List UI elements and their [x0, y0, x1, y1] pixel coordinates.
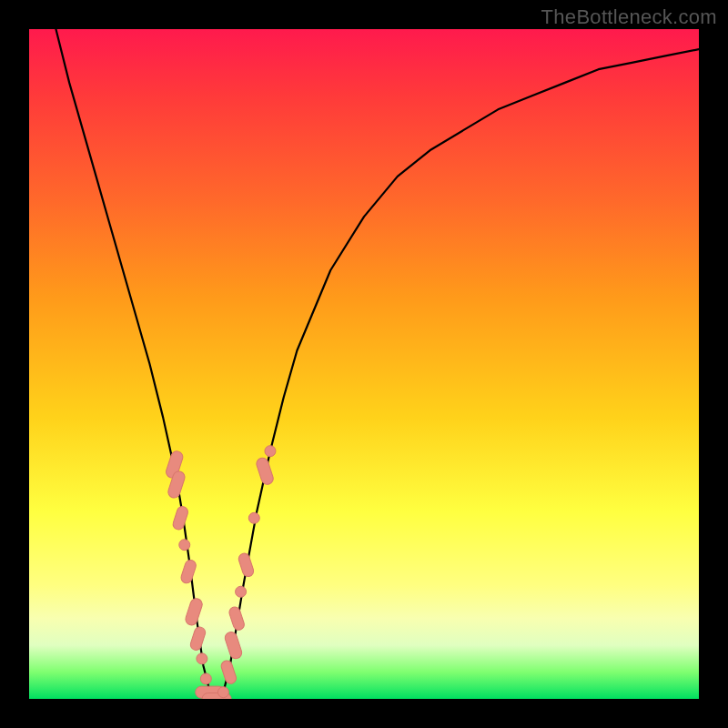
data-marker — [172, 505, 189, 531]
markers-group — [165, 446, 276, 699]
data-marker — [179, 540, 190, 551]
watermark-text: TheBottleneck.com — [541, 5, 717, 29]
data-marker — [189, 626, 207, 652]
data-marker — [220, 659, 238, 684]
chart-svg — [29, 29, 699, 699]
data-marker — [184, 597, 204, 627]
data-marker — [228, 605, 245, 631]
data-marker — [200, 673, 211, 684]
chart-frame: TheBottleneck.com — [0, 0, 728, 728]
data-marker — [217, 687, 228, 698]
data-marker — [238, 552, 255, 578]
data-marker — [255, 456, 275, 486]
data-marker — [236, 586, 247, 597]
data-marker — [179, 559, 197, 584]
data-marker — [197, 653, 207, 664]
data-marker — [265, 446, 276, 457]
bottleneck-curve — [56, 29, 699, 699]
chart-plot-area — [29, 29, 699, 699]
data-marker — [248, 512, 259, 523]
data-marker — [224, 631, 244, 661]
